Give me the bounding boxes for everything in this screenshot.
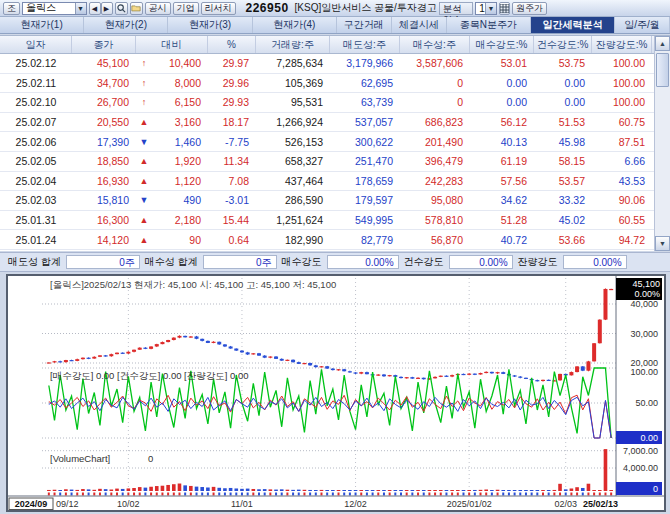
summary-value: 0.00% [327,255,399,269]
cell: 658,327 [256,155,330,167]
scroll-down-icon[interactable]: ▼ [655,236,670,251]
cell: 11.34 [208,155,256,167]
next-stock-button[interactable]: ▶ [101,2,113,15]
table-row[interactable]: 25.02.1026,700↑6,15029.9395,53163,73900.… [0,93,670,113]
cell: 25.02.04 [0,175,72,187]
table-row[interactable]: 25.01.3116,300▲2,18015.441,251,624549,99… [0,211,670,231]
stock-lookup-button[interactable]: 조 [3,2,20,15]
column-header[interactable]: 매수성:주 [400,36,470,53]
analysis-days-value: 1 [476,3,485,14]
tab-hyeonjaega-1[interactable]: 현재가(1) [0,17,84,33]
column-header[interactable]: 거래량:주 [256,36,330,53]
cell: 286,590 [256,194,330,206]
analysis-days-select[interactable]: 1 ▼ [475,2,497,15]
chevron-down-icon[interactable]: ▼ [75,3,86,14]
svg-text:0: 0 [653,484,658,494]
column-header[interactable]: 잔량강도:% [592,36,652,53]
daily-power-analysis-window: 조 올릭스 ▼ ◀ ▶ 공시 기업 리서치 226950 [KSQ]일반서비스 … [0,0,670,514]
up-arrow-icon: ↑ [136,58,152,68]
table-row[interactable]: 25.02.0315,810▼490-3.01286,590179,59795,… [0,191,670,211]
column-header[interactable]: % [208,36,256,53]
cell: 242,283 [400,175,470,187]
tab-jongmok-n-bun[interactable]: 종목N분주가 [447,17,531,33]
scroll-up-icon[interactable]: ▲ [655,36,670,51]
table-row[interactable]: 25.02.1134,700↑8,00029.96105,36962,69500… [0,74,670,94]
summary-label: 건수강도 [404,255,444,269]
svg-text:4,000.00: 4,000.00 [623,463,658,473]
research-button[interactable]: 리서치 [201,2,236,15]
cell: 3,179,966 [330,57,400,69]
cell: 10,400 [152,57,208,69]
cell: 25.02.06 [0,136,72,148]
stock-code: 226950 [246,1,289,15]
search-icon[interactable] [115,2,128,15]
tab-hyeonjaega-2[interactable]: 현재가(2) [84,17,168,33]
stock-name-combobox[interactable]: 올릭스 ▼ [22,2,87,15]
svg-text:[올릭스]2025/02/13 현재가: 45,100 시:: [올릭스]2025/02/13 현재가: 45,100 시: 45,100 고:… [50,279,336,290]
svg-text:2025/01/02: 2025/01/02 [447,499,492,509]
original-price-button[interactable]: 원주가 [512,2,547,15]
daily-data-table: 일자종가대비%거래량:주매도성:주매수성:주매수강도:%건수강도:%잔량강도:%… [0,35,670,251]
table-row[interactable]: 25.02.0720,550▲3,16018.171,266,924537,05… [0,113,670,133]
cell: 7.08 [208,175,256,187]
svg-text:10/02: 10/02 [117,499,140,509]
table-row[interactable]: 25.02.1245,100↑10,40029.977,285,6343,179… [0,54,670,74]
svg-text:[VolumeChart]: [VolumeChart] [50,453,110,464]
cell: 3,160 [152,116,208,128]
chevron-down-icon[interactable]: ▼ [485,3,496,14]
table-row[interactable]: 25.02.0617,390▼1,460-7.75526,153300,6222… [0,132,670,152]
cell: 1,920 [152,155,208,167]
market-info-text: [KSQ]일반서비스 공물/투자경고 [295,1,437,15]
vertical-scrollbar[interactable]: ▲ ▼ [654,36,670,251]
up-arrow-icon: ↑ [136,78,152,88]
cell: 100.00 [592,96,652,108]
disclosure-button[interactable]: 공시 [145,2,171,15]
cell: 437,464 [256,175,330,187]
cell: 53.01 [470,57,534,69]
column-header[interactable]: 매도성:주 [330,36,400,53]
tab-gugan-georae[interactable]: 구간거래 [337,17,392,33]
column-header[interactable]: 종가 [72,36,136,53]
cell: 100.00 [592,77,652,89]
cell: 45,100 [72,57,136,69]
cell: 18,850 [72,155,136,167]
table-row[interactable]: 25.02.0416,930▲1,1207.08437,464178,65924… [0,172,670,192]
scrollbar-thumb[interactable] [656,53,669,87]
prev-stock-button[interactable]: ◀ [89,2,101,15]
cell: 95,080 [400,194,470,206]
column-header[interactable]: 대비 [136,36,208,53]
tab-chegyeol-sise[interactable]: 체결시세 [392,17,447,33]
daily-chart[interactable]: [올릭스]2025/02/13 현재가: 45,100 시: 45,100 고:… [8,276,664,510]
cell: 8,000 [152,77,208,89]
cell: 2,180 [152,214,208,226]
cell: 18.17 [208,116,256,128]
cell: 95,531 [256,96,330,108]
cell: 25.02.10 [0,96,72,108]
cell: 1,120 [152,175,208,187]
column-header[interactable]: 매수강도:% [470,36,534,53]
cell: 53.75 [534,57,592,69]
tab-hyeonjaega-4[interactable]: 현재가(4) [253,17,337,33]
cell: 40.13 [470,136,534,148]
svg-text:12/02: 12/02 [344,499,367,509]
cell: 25.02.03 [0,194,72,206]
table-row[interactable]: 25.01.2414,120▲900.64182,99082,77956,870… [0,230,670,250]
cell: 0 [400,96,470,108]
column-header[interactable]: 일자 [0,36,72,53]
chart-area[interactable]: [올릭스]2025/02/13 현재가: 45,100 시: 45,100 고:… [6,274,666,512]
cell: 56,870 [400,234,470,246]
tab-hyeonjaega-3[interactable]: 현재가(3) [168,17,252,33]
cell: 0.00 [534,77,592,89]
down-arrow-icon: ▼ [136,137,152,147]
column-header[interactable]: 건수강도:% [534,36,592,53]
table-row[interactable]: 25.02.0518,850▲1,92011.34658,327251,4703… [0,152,670,172]
tab-ilgan-seryeok[interactable]: 일간세력분석 [531,17,615,33]
company-button[interactable]: 기업 [173,2,199,15]
tab-il-ju-wol[interactable]: 일/주/월 [615,17,670,33]
cell: 51.28 [470,214,534,226]
table-header-row: 일자종가대비%거래량:주매도성:주매수성:주매수강도:%건수강도:%잔량강도:% [0,36,670,54]
up-arrow-icon: ▲ [136,156,152,166]
cell: 90.06 [592,194,652,206]
folder-icon[interactable] [130,2,143,15]
grid-settings-icon[interactable] [499,2,510,15]
